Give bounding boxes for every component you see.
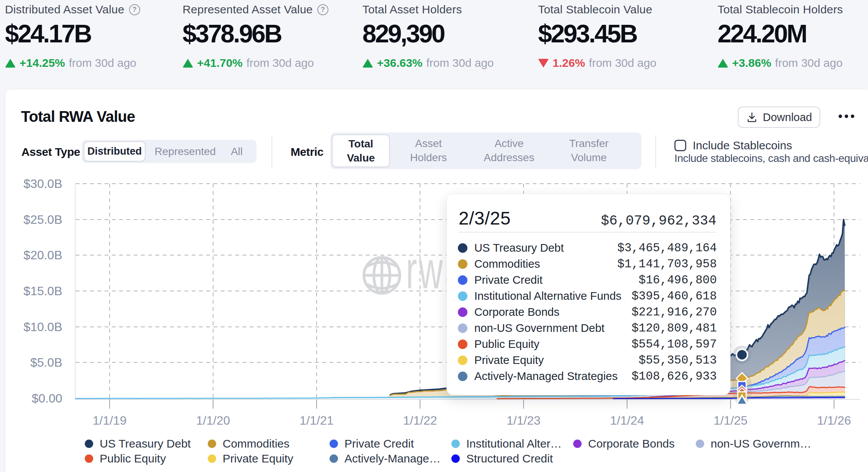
svg-text:1/1/22: 1/1/22	[403, 414, 437, 427]
svg-text:1/1/24: 1/1/24	[610, 414, 644, 427]
svg-text:$15.0B: $15.0B	[24, 284, 62, 298]
svg-text:$25.0B: $25.0B	[24, 213, 62, 226]
svg-text:$10.0B: $10.0B	[24, 320, 62, 334]
svg-text:1/1/26: 1/1/26	[817, 414, 851, 427]
svg-text:$5.0B: $5.0B	[30, 356, 62, 369]
svg-text:1/1/25: 1/1/25	[714, 414, 748, 427]
svg-text:$20.0B: $20.0B	[24, 248, 62, 262]
svg-text:$0.00: $0.00	[32, 391, 62, 405]
svg-text:1/1/19: 1/1/19	[93, 414, 127, 427]
svg-text:1/1/21: 1/1/21	[300, 414, 334, 427]
svg-text:$30.0B: $30.0B	[24, 177, 62, 191]
svg-text:1/1/23: 1/1/23	[507, 414, 541, 427]
svg-text:1/1/20: 1/1/20	[196, 414, 230, 427]
